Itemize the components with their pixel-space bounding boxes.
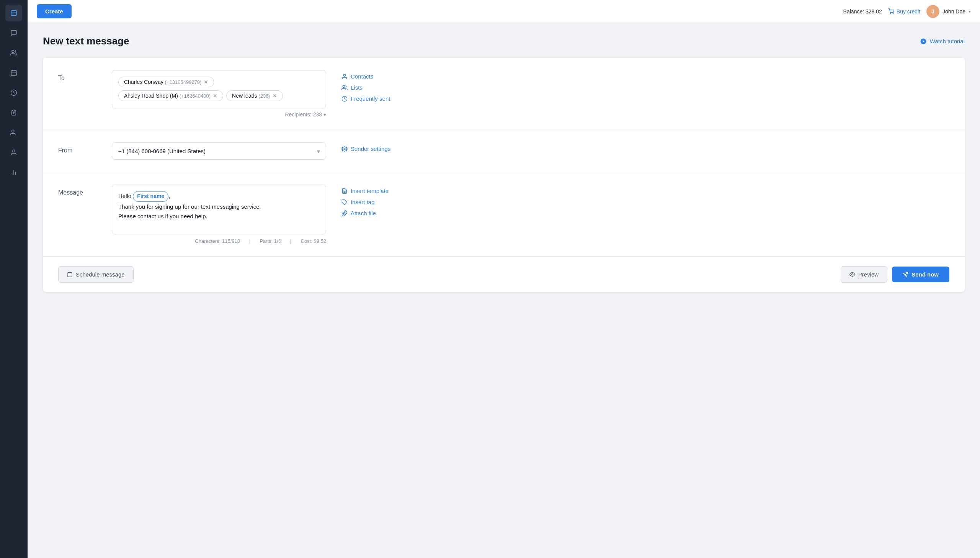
play-icon [920,38,927,45]
contacts-label: Contacts [351,73,373,80]
recipient-chip-1[interactable]: Ahsley Road Shop (M) (+162640400) ✕ [118,90,223,101]
chars-stat: Characters: 115/918 [195,238,240,244]
frequently-sent-link[interactable]: Frequently sent [342,95,390,102]
user-menu[interactable]: J John Doe ▾ [926,5,971,18]
balance-display: Balance: $28.02 [843,8,882,15]
chip-label: New leads (236) [232,93,270,99]
parts-stat: Parts: 1/6 [260,238,281,244]
page-header: New text message Watch tutorial [43,35,965,47]
template-icon [342,188,348,194]
recipients-count-text: Recipients: 238 [285,112,322,118]
svg-rect-2 [11,71,16,76]
footer-right-actions: Preview Send now [841,266,949,282]
sidebar-item-tasks[interactable] [5,104,22,121]
insert-tag-label: Insert tag [351,199,375,205]
main-area: Create Balance: $28.02 Buy credit J John… [28,0,980,558]
send-icon [903,272,908,277]
insert-template-link[interactable]: Insert template [342,188,389,194]
gear-icon [342,146,348,152]
cost-stat: Cost: $9.52 [301,238,327,244]
send-now-button[interactable]: Send now [892,267,949,282]
sep1: | [249,238,250,244]
svg-point-15 [890,13,890,14]
chip-label: Charles Conway (+13105499270) [124,79,201,85]
to-label: To [58,70,112,82]
chevron-down-icon: ▾ [969,9,971,14]
sidebar [0,0,28,558]
first-name-tag[interactable]: First name [133,191,169,202]
sidebar-item-profile[interactable] [5,144,22,161]
sidebar-item-chat[interactable] [5,25,22,41]
schedule-message-button[interactable]: Schedule message [58,266,134,282]
lists-icon [342,85,348,91]
sidebar-item-calendar[interactable] [5,64,22,81]
page-title: New text message [43,35,129,47]
message-side-actions: Insert template Insert tag Attach file [342,185,389,217]
recipients-chevron-icon[interactable]: ▾ [324,112,326,118]
user-name: John Doe [942,8,965,15]
message-label: Message [58,185,112,196]
svg-point-19 [344,74,345,76]
recipients-count: Recipients: 238 ▾ [112,112,326,118]
sidebar-item-analytics[interactable] [5,164,22,181]
chip-remove-0[interactable]: ✕ [204,79,208,85]
frequently-sent-label: Frequently sent [351,95,390,102]
svg-point-16 [893,13,893,14]
preview-button[interactable]: Preview [841,266,887,282]
from-side-actions: Sender settings [342,143,391,152]
from-select-wrap: +1 (844) 600-0669 (United States) [112,143,326,160]
page-content: New text message Watch tutorial To Charl… [28,23,980,558]
message-body: Thank you for signing up for our text me… [118,204,261,220]
sidebar-item-history[interactable] [5,84,22,101]
send-now-label: Send now [911,271,939,278]
message-text-after: , [169,193,170,199]
form-card: To Charles Conway (+13105499270) ✕ Ahsle… [43,58,965,292]
from-input-area: +1 (844) 600-0669 (United States) [112,143,326,160]
sidebar-item-team[interactable] [5,124,22,141]
attach-file-link[interactable]: Attach file [342,210,389,217]
watch-tutorial-label: Watch tutorial [930,38,965,44]
chip-remove-2[interactable]: ✕ [273,93,277,98]
form-footer: Schedule message Preview Send now [43,257,965,292]
chip-label: Ahsley Road Shop (M) (+162640400) [124,93,211,99]
buy-credit-label: Buy credit [897,8,920,15]
contacts-icon [342,74,348,80]
recipient-chip-0[interactable]: Charles Conway (+13105499270) ✕ [118,77,214,87]
sep2: | [290,238,291,244]
recipient-chip-2[interactable]: New leads (236) ✕ [226,90,283,101]
svg-point-22 [344,148,345,150]
to-section: To Charles Conway (+13105499270) ✕ Ahsle… [43,58,965,130]
message-stats: Characters: 115/918 | Parts: 1/6 | Cost:… [112,238,326,244]
svg-rect-26 [68,273,72,277]
message-section: Message Hello First name, Thank you for … [43,172,965,257]
svg-point-20 [343,85,345,87]
preview-label: Preview [858,271,879,278]
chip-remove-1[interactable]: ✕ [213,93,218,98]
svg-point-10 [12,130,14,132]
message-input-area: Hello First name, Thank you for signing … [112,185,326,244]
message-box[interactable]: Hello First name, Thank you for signing … [112,185,326,235]
from-phone-select[interactable]: +1 (844) 600-0669 (United States) [112,143,326,160]
buy-credit-button[interactable]: Buy credit [888,8,920,15]
sidebar-item-contacts[interactable] [5,44,22,61]
contacts-link[interactable]: Contacts [342,73,390,80]
tag-icon [342,199,348,205]
avatar: J [926,5,939,18]
schedule-label: Schedule message [76,271,125,278]
lists-link[interactable]: Lists [342,84,390,91]
svg-point-30 [851,274,853,276]
insert-tag-link[interactable]: Insert tag [342,199,389,205]
create-button[interactable]: Create [37,4,72,18]
paperclip-icon [342,210,348,217]
topbar: Create Balance: $28.02 Buy credit J John… [28,0,980,23]
svg-rect-0 [11,10,16,16]
insert-template-label: Insert template [351,188,389,194]
sender-settings-link[interactable]: Sender settings [342,146,391,152]
watch-tutorial-button[interactable]: Watch tutorial [920,38,965,45]
to-input-area: Charles Conway (+13105499270) ✕ Ahsley R… [112,70,326,118]
clock-icon [342,96,348,102]
cart-icon [888,8,894,15]
to-field-box[interactable]: Charles Conway (+13105499270) ✕ Ahsley R… [112,70,326,108]
message-text-before: Hello [118,193,133,199]
sidebar-item-compose[interactable] [5,5,22,21]
